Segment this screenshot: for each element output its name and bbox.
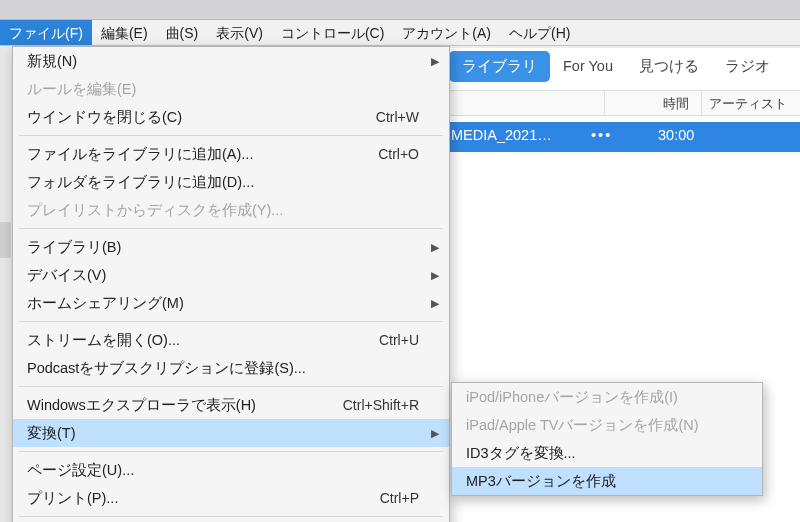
submenu-arrow-icon: ▶	[431, 297, 439, 310]
menu-item-close-window[interactable]: ウインドウを閉じる(C) Ctrl+W	[13, 103, 449, 131]
left-gutter	[0, 46, 12, 522]
submenu-item-mp3[interactable]: MP3バージョンを作成	[452, 467, 762, 495]
menu-file[interactable]: ファイル(F)	[0, 20, 92, 45]
menu-item-new[interactable]: 新規(N) ▶	[13, 47, 449, 75]
menu-item-label: フォルダをライブラリに追加(D)...	[27, 173, 254, 192]
column-artist[interactable]: アーティスト	[709, 95, 787, 113]
menu-item-devices[interactable]: デバイス(V) ▶	[13, 261, 449, 289]
tab-foryou[interactable]: For You	[550, 52, 626, 80]
menu-item-label: ホームシェアリング(M)	[27, 294, 184, 313]
track-list-header: 時間 アーティスト	[441, 90, 800, 116]
column-time[interactable]: 時間	[663, 95, 689, 113]
tab-radio[interactable]: ラジオ	[712, 51, 783, 82]
column-divider	[604, 91, 605, 115]
menu-song[interactable]: 曲(S)	[157, 20, 208, 45]
track-duration: 30:00	[658, 127, 694, 143]
menu-item-label: ページ設定(U)...	[27, 461, 134, 480]
menu-item-label: iPad/Apple TVバージョンを作成(N)	[466, 416, 699, 435]
menu-item-edit-rules: ルールを編集(E)	[13, 75, 449, 103]
menu-separator	[19, 386, 443, 387]
menu-control[interactable]: コントロール(C)	[272, 20, 393, 45]
menu-edit[interactable]: 編集(E)	[92, 20, 157, 45]
menu-item-burn-playlist: プレイリストからディスクを作成(Y)...	[13, 196, 449, 224]
submenu-arrow-icon: ▶	[431, 241, 439, 254]
window-titlebar	[0, 0, 800, 20]
submenu-arrow-icon: ▶	[431, 427, 439, 440]
menubar: ファイル(F) 編集(E) 曲(S) 表示(V) コントロール(C) アカウント…	[0, 20, 800, 46]
menu-item-home-sharing[interactable]: ホームシェアリング(M) ▶	[13, 289, 449, 317]
menu-item-subscribe-podcast[interactable]: Podcastをサブスクリプションに登録(S)...	[13, 354, 449, 382]
menu-item-label: デバイス(V)	[27, 266, 106, 285]
menu-item-label: 新規(N)	[27, 52, 77, 71]
menu-item-label: iPod/iPhoneバージョンを作成(I)	[466, 388, 678, 407]
menu-item-print[interactable]: プリント(P)... Ctrl+P	[13, 484, 449, 512]
nav-tabs: ライブラリ For You 見つける ラジオ	[449, 48, 783, 84]
menu-item-open-stream[interactable]: ストリームを開く(O)... Ctrl+U	[13, 326, 449, 354]
menu-separator	[19, 516, 443, 517]
column-divider	[701, 91, 702, 115]
menu-item-library[interactable]: ライブラリ(B) ▶	[13, 233, 449, 261]
menu-item-label: Podcastをサブスクリプションに登録(S)...	[27, 359, 306, 378]
menu-item-accel: Ctrl+W	[376, 109, 419, 125]
menu-item-label: ファイルをライブラリに追加(A)...	[27, 145, 253, 164]
menu-item-show-explorer[interactable]: Windowsエクスプローラで表示(H) Ctrl+Shift+R	[13, 391, 449, 419]
menu-item-add-folder[interactable]: フォルダをライブラリに追加(D)...	[13, 168, 449, 196]
track-more-icon[interactable]: •••	[591, 127, 612, 143]
menu-view[interactable]: 表示(V)	[207, 20, 272, 45]
tab-library[interactable]: ライブラリ	[449, 51, 550, 82]
tab-browse[interactable]: 見つける	[626, 51, 712, 82]
menu-item-page-setup[interactable]: ページ設定(U)...	[13, 456, 449, 484]
menu-item-add-file[interactable]: ファイルをライブラリに追加(A)... Ctrl+O	[13, 140, 449, 168]
menu-separator	[19, 451, 443, 452]
left-scroll-thumb[interactable]	[0, 222, 11, 258]
menu-item-label: ID3タグを変換...	[466, 444, 576, 463]
menu-item-accel: Ctrl+U	[379, 332, 419, 348]
menu-item-convert[interactable]: 変換(T) ▶	[13, 419, 449, 447]
menu-separator	[19, 321, 443, 322]
menu-separator	[19, 135, 443, 136]
menu-separator	[19, 228, 443, 229]
menu-help[interactable]: ヘルプ(H)	[500, 20, 579, 45]
convert-submenu: iPod/iPhoneバージョンを作成(I) iPad/Apple TVバージョ…	[451, 382, 763, 496]
menu-item-label: ウインドウを閉じる(C)	[27, 108, 182, 127]
submenu-arrow-icon: ▶	[431, 269, 439, 282]
menu-item-label: ストリームを開く(O)...	[27, 331, 180, 350]
file-menu: 新規(N) ▶ ルールを編集(E) ウインドウを閉じる(C) Ctrl+W ファ…	[12, 46, 450, 522]
track-row[interactable]: MEDIA_2021… ••• 30:00	[441, 122, 800, 152]
track-name: MEDIA_2021…	[451, 127, 581, 143]
submenu-arrow-icon: ▶	[431, 55, 439, 68]
menu-account[interactable]: アカウント(A)	[393, 20, 500, 45]
menu-item-label: ライブラリ(B)	[27, 238, 121, 257]
submenu-item-id3[interactable]: ID3タグを変換...	[452, 439, 762, 467]
menu-item-label: ルールを編集(E)	[27, 80, 136, 99]
menu-item-label: プリント(P)...	[27, 489, 118, 508]
menu-item-accel: Ctrl+Shift+R	[343, 397, 419, 413]
menu-item-label: MP3バージョンを作成	[466, 472, 616, 491]
menu-item-label: 変換(T)	[27, 424, 76, 443]
menu-item-label: Windowsエクスプローラで表示(H)	[27, 396, 256, 415]
menu-item-accel: Ctrl+O	[378, 146, 419, 162]
submenu-item-ipod: iPod/iPhoneバージョンを作成(I)	[452, 383, 762, 411]
menu-item-label: プレイリストからディスクを作成(Y)...	[27, 201, 283, 220]
menu-item-accel: Ctrl+P	[380, 490, 419, 506]
submenu-item-ipad: iPad/Apple TVバージョンを作成(N)	[452, 411, 762, 439]
